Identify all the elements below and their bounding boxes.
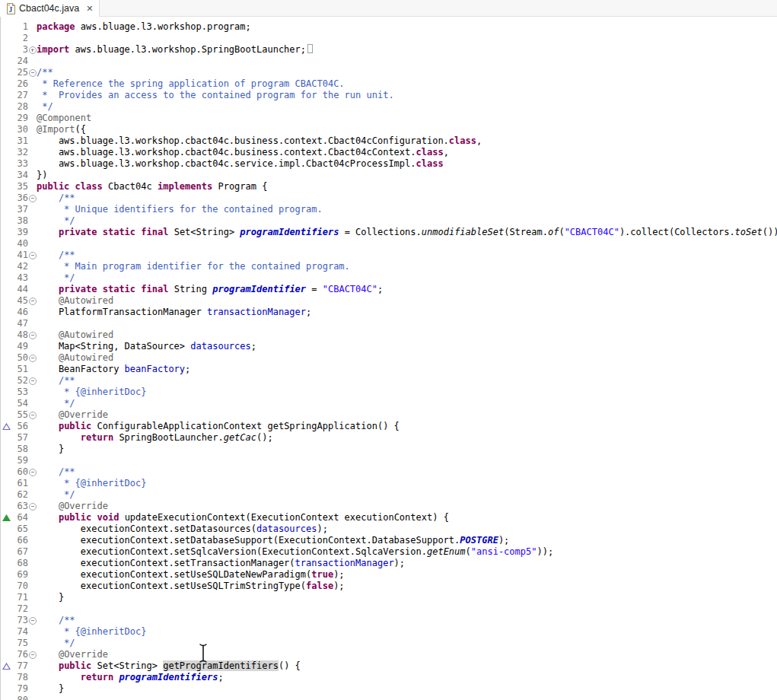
code-line[interactable]: 36 /** [1, 192, 777, 204]
code-line[interactable]: 26 * Reference the spring application of… [1, 78, 777, 90]
code-line[interactable]: 57 return SpringBootLauncher.getCac(); [1, 432, 777, 444]
code-line[interactable]: 78 return programIdentifiers; [1, 672, 777, 683]
code-line[interactable]: 33 aws.bluage.l3.workshop.cbact04c.servi… [1, 158, 777, 170]
code-editor[interactable]: 1package aws.bluage.l3.workshop.program;… [0, 17, 777, 700]
code-line[interactable]: 69 executionContext.setUseSQLDateNewPara… [1, 569, 777, 581]
marker-gutter [1, 147, 11, 158]
marker-gutter [1, 626, 11, 638]
code-line[interactable]: 67 executionContext.setSqlcaVersion(Exec… [1, 546, 777, 558]
code-line[interactable]: 47 [1, 318, 777, 329]
fold-collapse-icon[interactable] [28, 501, 37, 512]
override-marker-icon[interactable] [1, 421, 11, 432]
code-line[interactable]: 35public class Cbact04c implements Progr… [1, 181, 777, 192]
code-line[interactable]: 2 [1, 33, 777, 44]
code-line[interactable]: 39 private static final Set<String> prog… [1, 227, 777, 238]
code-line[interactable]: 59 [1, 455, 777, 466]
code-line[interactable]: 31 aws.bluage.l3.workshop.cbact04c.busin… [1, 135, 777, 147]
fold-collapse-icon[interactable] [28, 192, 37, 204]
marker-gutter [1, 341, 11, 352]
fold-collapse-icon[interactable] [28, 250, 37, 261]
code-line[interactable]: 3import aws.bluage.l3.workshop.SpringBoo… [1, 44, 777, 56]
fold-gutter [28, 558, 37, 569]
code-text: return SpringBootLauncher.getCac(); [37, 432, 273, 444]
fold-collapse-icon[interactable] [28, 615, 37, 626]
code-text: Map<String, DataSource> datasources; [37, 341, 256, 352]
line-number: 29 [11, 113, 28, 124]
code-line[interactable]: 32 aws.bluage.l3.workshop.cbact04c.busin… [1, 147, 777, 158]
code-line[interactable]: 71 } [1, 592, 777, 603]
marker-gutter [1, 101, 11, 113]
code-line[interactable]: 41 /** [1, 250, 777, 261]
fold-collapse-icon[interactable] [28, 295, 37, 307]
code-text: */ [37, 398, 75, 409]
code-text: executionContext.setSqlcaVersion(Executi… [37, 546, 553, 558]
code-line[interactable]: 44 private static final String programId… [1, 284, 777, 295]
code-line[interactable]: 68 executionContext.setTransactionManage… [1, 558, 777, 569]
fold-collapse-icon[interactable] [28, 329, 37, 341]
code-line[interactable]: 37 * Unique identifiers for the containe… [1, 204, 777, 215]
code-line[interactable]: 24 [1, 56, 777, 67]
code-line[interactable]: 1package aws.bluage.l3.workshop.program; [1, 21, 777, 33]
code-line[interactable]: 45 @Autowired [1, 295, 777, 307]
code-line[interactable]: 55 @Override [1, 409, 777, 421]
code-text: @Override [37, 501, 108, 512]
code-line[interactable]: 27 * Provides an access to the contained… [1, 90, 777, 101]
code-line[interactable]: 30@Import({ [1, 124, 777, 135]
line-number: 64 [11, 512, 28, 523]
code-line[interactable]: 63 @Override [1, 501, 777, 512]
code-line[interactable]: 51 BeanFactory beanFactory; [1, 364, 777, 375]
code-line[interactable]: 52 /** [1, 375, 777, 387]
code-line[interactable]: 73 /** [1, 615, 777, 626]
fold-expand-icon[interactable] [28, 44, 37, 56]
code-line[interactable]: 80 [1, 695, 777, 700]
code-line[interactable]: 43 */ [1, 272, 777, 284]
code-line[interactable]: 74 * {@inheritDoc} [1, 626, 777, 638]
fold-collapse-icon[interactable] [28, 409, 37, 421]
fold-gutter [28, 227, 37, 238]
code-line[interactable]: 65 executionContext.setDatasources(datas… [1, 523, 777, 535]
line-number: 60 [11, 466, 28, 478]
override-marker-icon[interactable] [1, 660, 11, 672]
code-line[interactable]: 64 public void updateExecutionContext(Ex… [1, 512, 777, 523]
marker-gutter [1, 124, 11, 135]
tab-close-icon[interactable]: ✕ [86, 5, 93, 13]
marker-gutter [1, 33, 11, 44]
code-line[interactable]: 48 @Autowired [1, 329, 777, 341]
code-line[interactable]: 72 [1, 603, 777, 615]
code-line[interactable]: 34}) [1, 170, 777, 181]
code-line[interactable]: 76 @Override [1, 649, 777, 660]
code-line[interactable]: 50 @Autowired [1, 352, 777, 364]
code-line[interactable]: 29@Component [1, 113, 777, 124]
code-line[interactable]: 56 public ConfigurableApplicationContext… [1, 421, 777, 432]
code-line[interactable]: 66 executionContext.setDatabaseSupport(E… [1, 535, 777, 546]
code-line[interactable]: 38 */ [1, 215, 777, 227]
code-text: @Autowired [37, 295, 113, 307]
code-line[interactable]: 53 * {@inheritDoc} [1, 387, 777, 398]
code-line[interactable]: 54 */ [1, 398, 777, 409]
code-line[interactable]: 28 */ [1, 101, 777, 113]
code-line[interactable]: 77 public Set<String> getProgramIdentifi… [1, 660, 777, 672]
fold-collapse-icon[interactable] [28, 466, 37, 478]
fold-gutter [28, 124, 37, 135]
tab-cbact04c-java[interactable]: J Cbact04c.java ✕ [0, 0, 100, 17]
fold-collapse-icon[interactable] [28, 649, 37, 660]
code-line[interactable]: 49 Map<String, DataSource> datasources; [1, 341, 777, 352]
code-line[interactable]: 42 * Main program identifier for the con… [1, 261, 777, 272]
code-line[interactable]: 25/** [1, 67, 777, 78]
code-line[interactable]: 79 } [1, 683, 777, 695]
code-line[interactable]: 61 * {@inheritDoc} [1, 478, 777, 489]
line-number: 48 [11, 329, 28, 341]
implements-marker-icon[interactable] [1, 512, 11, 523]
fold-collapse-icon[interactable] [28, 375, 37, 387]
collapsed-region-box[interactable] [307, 44, 313, 53]
marker-gutter [1, 352, 11, 364]
code-line[interactable]: 40 [1, 238, 777, 250]
code-line[interactable]: 46 PlatformTransactionManager transactio… [1, 307, 777, 318]
code-line[interactable]: 62 */ [1, 489, 777, 501]
code-line[interactable]: 70 executionContext.setUseSQLTrimStringT… [1, 581, 777, 592]
code-line[interactable]: 58 } [1, 444, 777, 455]
code-line[interactable]: 60 /** [1, 466, 777, 478]
fold-collapse-icon[interactable] [28, 352, 37, 364]
code-line[interactable]: 75 */ [1, 638, 777, 649]
fold-collapse-icon[interactable] [28, 67, 37, 78]
